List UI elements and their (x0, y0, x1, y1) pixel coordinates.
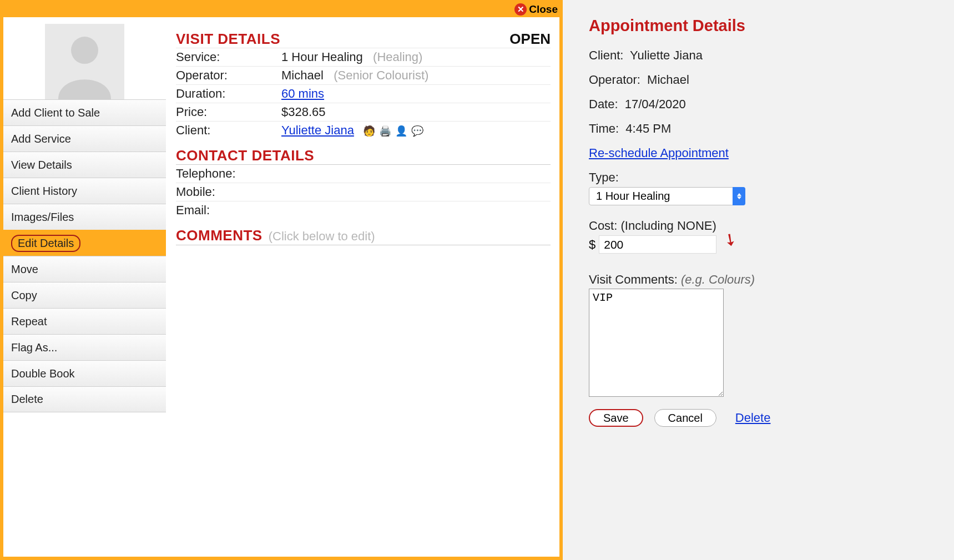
close-label: Close (529, 3, 558, 16)
menu-double-book[interactable]: Double Book (3, 360, 166, 386)
row-telephone: Telephone: (176, 164, 551, 183)
appointment-details-panel: Appointment Details Client: Yuliette Jia… (563, 0, 954, 560)
menu-add-service[interactable]: Add Service (3, 125, 166, 152)
panel-time-label: Time: (589, 122, 619, 135)
row-service: Service: 1 Hour Healing (Healing) (176, 48, 551, 66)
menu-add-client-sale[interactable]: Add Client to Sale (3, 99, 166, 125)
menu-delete[interactable]: Delete (3, 386, 166, 412)
row-price: Price: $328.65 (176, 103, 551, 121)
telephone-label: Telephone: (176, 167, 281, 181)
menu-images-files[interactable]: Images/Files (3, 204, 166, 230)
reschedule-link[interactable]: Re-schedule Appointment (589, 146, 729, 160)
menu-copy[interactable]: Copy (3, 282, 166, 308)
type-select[interactable]: 1 Hour Healing (589, 187, 745, 205)
row-email: Email: (176, 201, 551, 219)
contact-details-heading: CONTACT DETAILS (176, 147, 551, 164)
client-label: Client: (176, 123, 281, 138)
avatar-placeholder (45, 24, 124, 99)
type-label: Type: (589, 170, 937, 185)
left-column: Add Client to Sale Add Service View Deta… (3, 17, 166, 557)
email-label: Email: (176, 203, 281, 218)
operator-value: Michael (281, 68, 324, 82)
menu-view-details[interactable]: View Details (3, 152, 166, 178)
type-select-value: 1 Hour Healing (589, 187, 745, 205)
panel-date-row: Date: 17/04/2020 (589, 97, 937, 112)
cost-currency: $ (589, 238, 595, 252)
panel-operator-label: Operator: (589, 73, 640, 87)
service-category: (Healing) (373, 50, 422, 64)
save-button[interactable]: Save (589, 409, 643, 427)
duration-link[interactable]: 60 mins (281, 87, 324, 100)
modal-dialog: ✕ Close Add Client to Sale Add Service V… (0, 0, 563, 560)
print-icon[interactable]: 🖨️ (379, 125, 391, 137)
mobile-label: Mobile: (176, 185, 281, 199)
panel-client-value: Yuliette Jiana (630, 48, 703, 62)
close-icon: ✕ (514, 3, 527, 16)
panel-title: Appointment Details (589, 17, 937, 35)
edit-client-icon[interactable]: 🧑 (363, 125, 375, 137)
price-label: Price: (176, 105, 281, 119)
row-mobile: Mobile: (176, 183, 551, 201)
duration-label: Duration: (176, 87, 281, 101)
panel-client-row: Client: Yuliette Jiana (589, 48, 937, 63)
menu-repeat[interactable]: Repeat (3, 308, 166, 334)
panel-date-value: 17/04/2020 (625, 97, 686, 111)
action-menu: Add Client to Sale Add Service View Deta… (3, 99, 166, 412)
visit-comments-textarea[interactable] (589, 289, 724, 397)
panel-time-value: 4:45 PM (625, 122, 671, 135)
comment-icon[interactable]: 💬 (411, 125, 423, 137)
profile-icon[interactable]: 👤 (395, 125, 407, 137)
client-link[interactable]: Yuliette Jiana (281, 123, 354, 137)
panel-operator-row: Operator: Michael (589, 73, 937, 87)
panel-operator-value: Michael (647, 73, 689, 87)
modal-body: Add Client to Sale Add Service View Deta… (3, 17, 559, 557)
visit-details-heading: VISIT DETAILS (176, 31, 280, 48)
row-duration: Duration: 60 mins (176, 84, 551, 103)
operator-role: (Senior Colourist) (334, 68, 428, 82)
delete-link[interactable]: Delete (735, 411, 771, 425)
menu-flag-as[interactable]: Flag As... (3, 334, 166, 360)
service-label: Service: (176, 50, 281, 64)
menu-edit-details[interactable]: Edit Details (3, 230, 166, 256)
visit-status: OPEN (509, 31, 551, 48)
cost-label: Cost: (Including NONE) (589, 219, 937, 233)
svg-point-1 (71, 37, 98, 64)
comments-heading: COMMENTS (176, 227, 263, 244)
service-value: 1 Hour Healing (281, 50, 363, 64)
menu-move[interactable]: Move (3, 256, 166, 282)
cost-input[interactable] (599, 235, 716, 254)
panel-time-row: Time: 4:45 PM (589, 122, 937, 136)
panel-date-label: Date: (589, 97, 618, 111)
close-button[interactable]: ✕ Close (514, 3, 558, 16)
row-client: Client: Yuliette Jiana 🧑 🖨️ 👤 💬 (176, 121, 551, 139)
button-row: Save Cancel Delete (589, 409, 937, 427)
select-caret-icon (733, 187, 745, 205)
modal-header: ✕ Close (3, 1, 559, 17)
menu-client-history[interactable]: Client History (3, 178, 166, 204)
cancel-button[interactable]: Cancel (654, 409, 716, 427)
operator-label: Operator: (176, 68, 281, 83)
comments-hint: (Click below to edit) (269, 229, 375, 243)
row-operator: Operator: Michael (Senior Colourist) (176, 66, 551, 84)
avatar-container (3, 17, 166, 99)
main-column: VISIT DETAILS OPEN Service: 1 Hour Heali… (166, 17, 559, 557)
price-value: $328.65 (281, 105, 326, 119)
panel-client-label: Client: (589, 48, 623, 62)
visit-comments-label: Visit Comments: (e.g. Colours) (589, 273, 937, 287)
